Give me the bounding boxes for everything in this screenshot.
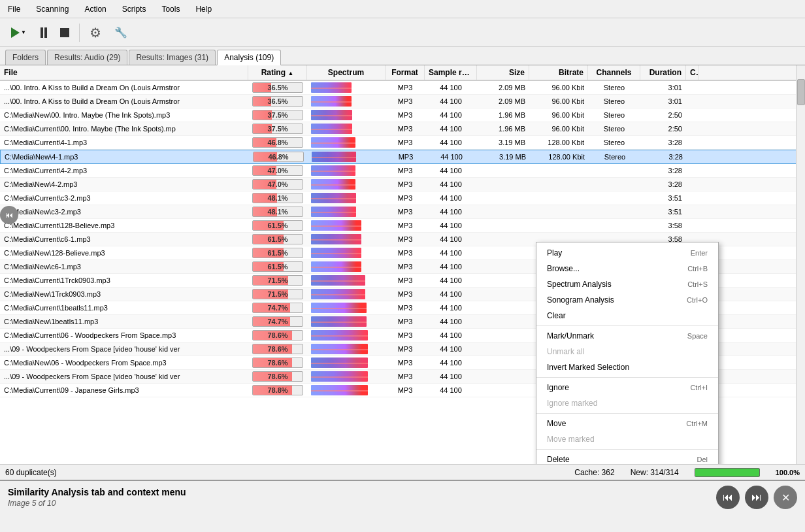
context-menu-separator	[536, 377, 718, 378]
nav-prev-button[interactable]: ⏮	[716, 486, 740, 509]
col-header-channels[interactable]: Channels	[588, 65, 640, 80]
cell-spectrum	[307, 191, 386, 205]
cell-rating: 47.0%	[248, 178, 307, 191]
cell-bitrate	[529, 183, 588, 186]
context-menu-item[interactable]: Invert Marked Selection	[536, 359, 718, 375]
cell-rating: 61.5%	[248, 219, 307, 232]
cell-channels: Stereo	[589, 152, 641, 162]
cell-file: C:\Media\Current\00. Intro. Maybe (The I…	[0, 124, 248, 134]
cell-duration: 3:28	[641, 152, 687, 162]
pause-button[interactable]	[36, 24, 52, 41]
cell-duration: 3:01	[640, 96, 686, 107]
cell-file: C:\Media\Current\128-Believe.mp3	[0, 220, 248, 231]
ctx-shortcut: Ctrl+I	[690, 384, 708, 391]
stop-button[interactable]	[56, 25, 74, 41]
table-row[interactable]: C:\Media\Current\4-1.mp3 46.8% MP3 44 10…	[0, 136, 805, 150]
col-header-size[interactable]: Size	[477, 65, 529, 80]
table-row[interactable]: ...\00. Intro. A Kiss to Build a Dream O…	[0, 81, 805, 95]
cell-extra	[686, 100, 699, 103]
cell-size: 3.19 MB	[478, 152, 530, 162]
menu-scripts[interactable]: Scripts	[120, 3, 149, 15]
cell-spectrum	[307, 329, 386, 342]
prev-track-icon: ⏮	[5, 210, 13, 220]
cell-file: C:\Media\New\4-1.mp3	[1, 152, 249, 162]
ctx-shortcut: Ctrl+B	[687, 265, 708, 273]
cell-bitrate: 128.00 Kbit	[530, 152, 589, 162]
context-menu-item[interactable]: Browse...Ctrl+B	[536, 261, 718, 276]
col-header-spectrum[interactable]: Spectrum	[307, 65, 386, 80]
cell-samplerate: 44 100	[425, 82, 477, 93]
play-button[interactable]: ▼	[5, 24, 32, 41]
cell-duration: 3:51	[640, 207, 686, 217]
context-menu-item[interactable]: Spectrum AnalysisCtrl+S	[536, 276, 718, 292]
cell-extra	[686, 86, 699, 89]
cell-spectrum	[308, 150, 386, 163]
cell-duration: 3:28	[640, 179, 686, 190]
table-row[interactable]: C:\Media\New\4-1.mp3 46.8% MP3 44 100 3.…	[0, 150, 805, 164]
table-row[interactable]: C:\Media\New\4-2.mp3 47.0% MP3 44 100 3:…	[0, 178, 805, 191]
context-menu-item[interactable]: DeleteDel	[536, 452, 718, 464]
nav-next-button[interactable]: ⏭	[745, 486, 768, 509]
cell-samplerate: 44 100	[425, 275, 477, 286]
table-row[interactable]: C:\Media\Current\128-Believe.mp3 61.5% M…	[0, 219, 805, 233]
col-header-samplerate[interactable]: Sample rate	[425, 65, 477, 80]
settings-button[interactable]: ⚙	[85, 22, 106, 44]
cell-spectrum	[307, 233, 386, 246]
pause-icon	[41, 27, 47, 38]
cell-size: 3.19 MB	[477, 137, 529, 148]
tab-analysis[interactable]: Analysis (109)	[217, 50, 281, 65]
context-menu-item[interactable]: IgnoreCtrl+I	[536, 380, 718, 395]
context-menu-item[interactable]: Mark/UnmarkSpace	[536, 328, 718, 344]
cell-extra	[687, 156, 700, 158]
cell-rating: 74.7%	[248, 301, 307, 314]
col-header-bitrate[interactable]: Bitrate	[529, 65, 588, 80]
cell-file: C:\Media\New\4-2.mp3	[0, 179, 248, 190]
col-header-rating[interactable]: Rating ▲	[248, 65, 307, 80]
menu-file[interactable]: File	[5, 3, 23, 15]
table-row[interactable]: ...\00. Intro. A Kiss to Build a Dream O…	[0, 95, 805, 108]
context-menu-item[interactable]: Clear	[536, 308, 718, 324]
cell-file: C:\Media\Current\c6-1.mp3	[0, 234, 248, 244]
context-menu-item[interactable]: Sonogram AnalysisCtrl+O	[536, 292, 718, 308]
cell-size	[477, 210, 529, 213]
col-header-format[interactable]: Format	[386, 65, 425, 80]
cell-rating: 46.8%	[249, 150, 308, 163]
nav-buttons: ⏮ ⏭ ✕	[716, 486, 797, 509]
ctx-label: Ignore	[547, 383, 569, 392]
tab-folders[interactable]: Folders	[5, 50, 46, 65]
cell-samplerate: 44 100	[425, 165, 477, 176]
table-row[interactable]: C:\Media\Current\4-2.mp3 47.0% MP3 44 10…	[0, 164, 805, 178]
tab-results-audio[interactable]: Results: Audio (29)	[47, 50, 127, 65]
tools-button[interactable]: 🔧	[110, 23, 132, 42]
context-menu-item[interactable]: PlayEnter	[536, 245, 718, 261]
table-row[interactable]: C:\Media\New\c3-2.mp3 48.1% MP3 44 100 3…	[0, 205, 805, 219]
scrollbar-thumb[interactable]	[797, 79, 805, 105]
nav-close-button[interactable]: ✕	[774, 486, 797, 509]
ctx-label: Spectrum Analysis	[547, 280, 612, 289]
tab-results-images[interactable]: Results: Images (31)	[129, 50, 216, 65]
cell-file: C:\Media\New\1beatls11.mp3	[0, 316, 248, 327]
scrollbar-vertical[interactable]	[796, 65, 805, 464]
cell-samplerate: 44 100	[425, 207, 477, 217]
cell-format: MP3	[386, 371, 425, 382]
cell-duration: 3:28	[640, 137, 686, 148]
col-header-file[interactable]: File	[0, 65, 248, 80]
menu-tools[interactable]: Tools	[159, 3, 182, 15]
menu-action[interactable]: Action	[82, 3, 108, 15]
cell-file: C:\Media\New\c3-2.mp3	[0, 207, 248, 217]
cell-extra	[686, 238, 699, 241]
context-menu-item[interactable]: MoveCtrl+M	[536, 416, 718, 431]
cell-format: MP3	[386, 357, 425, 368]
caption-subtitle: Image 5 of 10	[8, 499, 186, 508]
cell-bitrate	[529, 224, 588, 227]
table-row[interactable]: C:\Media\Current\00. Intro. Maybe (The I…	[0, 122, 805, 136]
table-row[interactable]: C:\Media\New\00. Intro. Maybe (The Ink S…	[0, 108, 805, 122]
menu-scanning[interactable]: Scanning	[33, 3, 71, 15]
media-overlay-button[interactable]: ⏮	[0, 206, 18, 224]
col-header-extra[interactable]: C	[686, 65, 699, 80]
cell-duration: 2:50	[640, 124, 686, 134]
menu-help[interactable]: Help	[193, 3, 214, 15]
table-row[interactable]: C:\Media\Current\c3-2.mp3 48.1% MP3 44 1…	[0, 191, 805, 205]
caption-title: Similarity Analysis tab and context menu	[8, 487, 186, 497]
col-header-duration[interactable]: Duration	[640, 65, 686, 80]
